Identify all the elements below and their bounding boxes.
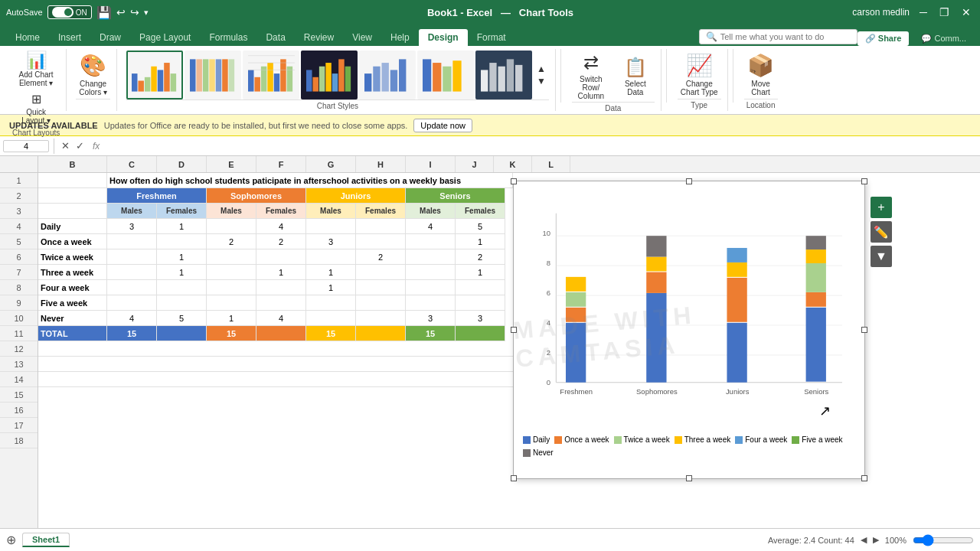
resize-handle-mr[interactable] <box>861 327 867 333</box>
row-num-10[interactable]: 10 <box>0 311 38 326</box>
cell-fo6[interactable] <box>356 280 406 295</box>
cell-never-label[interactable]: Never <box>38 311 107 326</box>
cell-freshmen-header[interactable]: Freshmen <box>107 188 207 204</box>
cell-th1[interactable] <box>107 265 157 280</box>
cell-fi5[interactable] <box>306 295 356 311</box>
quick-access-more[interactable]: ▾ <box>144 8 149 18</box>
cell-fo8[interactable] <box>456 280 505 295</box>
save-icon[interactable]: 💾 <box>96 5 112 20</box>
tab-help[interactable]: Help <box>381 29 419 46</box>
cell-n1[interactable]: 4 <box>107 311 157 326</box>
row-num-16[interactable]: 16 <box>0 403 38 418</box>
cell-th3[interactable] <box>207 265 256 280</box>
tab-view[interactable]: View <box>343 29 381 46</box>
tab-home[interactable]: Home <box>6 29 49 46</box>
resize-handle-ml[interactable] <box>511 327 517 333</box>
col-header-i[interactable]: I <box>406 156 456 172</box>
cell-tw1[interactable] <box>107 249 157 265</box>
cell-tw7[interactable] <box>406 249 456 265</box>
add-chart-element-button[interactable]: 📊 Add ChartElement ▾ <box>16 51 57 89</box>
col-header-k[interactable]: K <box>494 156 532 172</box>
autosave-badge[interactable]: ON <box>47 5 92 19</box>
confirm-formula-button[interactable]: ✓ <box>74 140 87 152</box>
cell-empty-14[interactable] <box>38 372 536 387</box>
cell-b2[interactable] <box>38 188 107 204</box>
cell-tw8[interactable]: 2 <box>456 249 505 265</box>
cell-o6[interactable] <box>356 234 406 249</box>
col-header-j[interactable]: J <box>456 156 494 172</box>
restore-button[interactable]: ❐ <box>937 5 952 20</box>
row-num-6[interactable]: 6 <box>0 249 38 265</box>
resize-handle-tl[interactable] <box>511 178 517 184</box>
col-header-d[interactable]: D <box>157 156 207 172</box>
row-num-1[interactable]: 1 <box>0 173 38 188</box>
cell-d1[interactable]: 3 <box>107 219 157 234</box>
cell-fi6[interactable] <box>356 295 406 311</box>
tell-me-box[interactable]: 🔍 <box>699 29 858 44</box>
name-box[interactable] <box>3 140 49 152</box>
row-num-18[interactable]: 18 <box>0 433 38 448</box>
row-num-7[interactable]: 7 <box>0 265 38 280</box>
row-num-15[interactable]: 15 <box>0 387 38 403</box>
scroll-left-btn[interactable]: ◀ <box>861 535 867 545</box>
cell-fi2[interactable] <box>157 295 207 311</box>
cell-fo4[interactable] <box>256 280 306 295</box>
chart-styles-scroll-down[interactable]: ▲ ▼ <box>534 62 549 88</box>
resize-handle-br[interactable] <box>861 475 867 481</box>
row-num-12[interactable]: 12 <box>0 341 38 357</box>
cell-th6[interactable] <box>356 265 406 280</box>
cell-tw5[interactable] <box>306 249 356 265</box>
tab-review[interactable]: Review <box>295 29 343 46</box>
cell-tot6[interactable] <box>356 326 406 341</box>
row-num-4[interactable]: 4 <box>0 219 38 234</box>
resize-handle-tm[interactable] <box>686 178 692 184</box>
cell-c1[interactable]: How often do high school students patici… <box>107 173 513 188</box>
cell-tot4[interactable] <box>256 326 306 341</box>
cell-empty-13[interactable] <box>38 357 536 372</box>
cell-fo1[interactable] <box>107 280 157 295</box>
cell-total-label[interactable]: TOTAL <box>38 326 107 341</box>
cancel-formula-button[interactable]: ✕ <box>59 140 72 152</box>
change-colors-button[interactable]: 🎨 ChangeColors ▾ <box>76 51 110 98</box>
row-num-17[interactable]: 17 <box>0 418 38 433</box>
row-num-2[interactable]: 2 <box>0 188 38 204</box>
chart-style-6[interactable] <box>417 51 474 99</box>
cell-females-jun[interactable]: Females <box>356 204 406 219</box>
cell-o3[interactable]: 2 <box>207 234 256 249</box>
cell-tot3[interactable]: 15 <box>207 326 256 341</box>
cell-th7[interactable] <box>406 265 456 280</box>
cell-o8[interactable]: 1 <box>456 234 505 249</box>
row-num-5[interactable]: 5 <box>0 234 38 249</box>
cell-fi7[interactable] <box>406 295 456 311</box>
autosave-toggle[interactable] <box>52 7 74 18</box>
cell-juniors-header[interactable]: Juniors <box>306 188 406 204</box>
undo-icon[interactable]: ↩ <box>116 6 126 18</box>
cell-fo3[interactable] <box>207 280 256 295</box>
cell-tw4[interactable] <box>256 249 306 265</box>
cell-d7[interactable]: 4 <box>406 219 456 234</box>
cell-th5[interactable]: 1 <box>306 265 356 280</box>
cell-tw6[interactable]: 2 <box>356 249 406 265</box>
row-num-14[interactable]: 14 <box>0 372 38 387</box>
cell-n6[interactable] <box>356 311 406 326</box>
cell-once-label[interactable]: Once a week <box>38 234 107 249</box>
move-chart-button[interactable]: 📦 MoveChart <box>744 51 777 98</box>
cell-d3[interactable] <box>207 219 256 234</box>
row-num-9[interactable]: 9 <box>0 295 38 311</box>
tab-format[interactable]: Format <box>468 29 515 46</box>
chart-style-4[interactable] <box>301 51 358 99</box>
tab-formulas[interactable]: Formulas <box>200 29 256 46</box>
cell-b3[interactable] <box>38 204 107 219</box>
col-header-h[interactable]: H <box>356 156 406 172</box>
cell-n8[interactable]: 3 <box>456 311 505 326</box>
cell-males-jun[interactable]: Males <box>306 204 356 219</box>
zoom-slider[interactable] <box>913 534 974 546</box>
cell-tot2[interactable] <box>157 326 207 341</box>
row-num-11[interactable]: 11 <box>0 326 38 341</box>
cell-tw3[interactable] <box>207 249 256 265</box>
col-header-b[interactable]: B <box>38 156 107 172</box>
cell-fi3[interactable] <box>207 295 256 311</box>
close-button[interactable]: ✕ <box>959 5 974 20</box>
comments-button[interactable]: 💬 Comm... <box>913 31 974 46</box>
chart-style-2[interactable] <box>185 51 241 99</box>
